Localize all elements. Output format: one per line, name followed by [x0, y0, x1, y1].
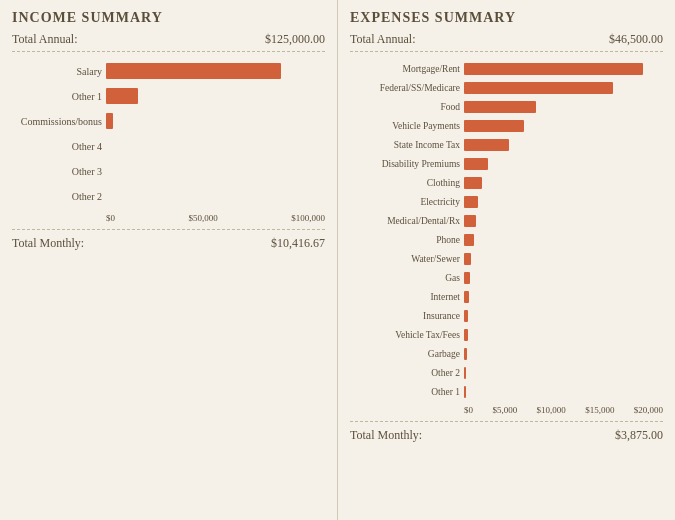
bar-fill	[464, 101, 536, 113]
bar-fill	[464, 348, 467, 360]
bar-row: Water/Sewer	[350, 250, 663, 268]
bar-track	[464, 289, 663, 305]
bar-label: Other 2	[350, 368, 460, 378]
bar-track	[106, 163, 325, 179]
bar-label: Vehicle Payments	[350, 121, 460, 131]
bar-row: Garbage	[350, 345, 663, 363]
bar-track	[106, 63, 325, 79]
bar-row: Food	[350, 98, 663, 116]
bar-label: Electricity	[350, 197, 460, 207]
income-chart: SalaryOther 1Commissions/bonusOther 4Oth…	[12, 60, 325, 223]
bar-row: Vehicle Payments	[350, 117, 663, 135]
bar-row: Vehicle Tax/Fees	[350, 326, 663, 344]
bar-label: Internet	[350, 292, 460, 302]
bar-track	[464, 365, 663, 381]
bar-row: State Income Tax	[350, 136, 663, 154]
bar-track	[464, 327, 663, 343]
expenses-title: EXPENSES SUMMARY	[350, 10, 663, 26]
bar-fill	[464, 272, 470, 284]
expenses-panel: EXPENSES SUMMARY Total Annual: $46,500.0…	[338, 0, 675, 520]
bar-track	[464, 137, 663, 153]
bar-track	[464, 80, 663, 96]
bar-row: Other 3	[12, 160, 325, 182]
bar-row: Disability Premiums	[350, 155, 663, 173]
expenses-total-monthly-value: $3,875.00	[615, 428, 663, 443]
bar-track	[464, 213, 663, 229]
bar-fill	[464, 63, 643, 75]
bar-track	[464, 175, 663, 191]
expenses-total-annual-value: $46,500.00	[609, 32, 663, 47]
bar-row: Mortgage/Rent	[350, 60, 663, 78]
bar-track	[464, 194, 663, 210]
bar-fill	[464, 120, 524, 132]
income-x-axis: $0$50,000$100,000	[106, 210, 325, 223]
bar-row: Commissions/bonus	[12, 110, 325, 132]
bar-label: Gas	[350, 273, 460, 283]
bar-fill	[464, 82, 613, 94]
bar-fill	[464, 196, 478, 208]
bar-track	[464, 156, 663, 172]
bar-row: Federal/SS/Medicare	[350, 79, 663, 97]
bar-label: Mortgage/Rent	[350, 64, 460, 74]
bar-row: Medical/Dental/Rx	[350, 212, 663, 230]
bar-label: Medical/Dental/Rx	[350, 216, 460, 226]
bar-track	[464, 384, 663, 400]
bar-track	[464, 270, 663, 286]
income-total-annual-value: $125,000.00	[265, 32, 325, 47]
bar-row: Internet	[350, 288, 663, 306]
bar-track	[464, 251, 663, 267]
bar-label: Other 4	[12, 141, 102, 152]
bar-track	[464, 118, 663, 134]
bar-track	[464, 99, 663, 115]
bar-label: State Income Tax	[350, 140, 460, 150]
bar-row: Phone	[350, 231, 663, 249]
bar-fill	[464, 177, 482, 189]
bar-fill	[106, 88, 138, 104]
bar-fill	[464, 158, 488, 170]
bar-row: Other 1	[350, 383, 663, 401]
bar-label: Insurance	[350, 311, 460, 321]
bar-label: Water/Sewer	[350, 254, 460, 264]
income-total-annual-label: Total Annual:	[12, 32, 77, 47]
income-total-annual: Total Annual: $125,000.00	[12, 32, 325, 52]
bar-fill	[464, 310, 468, 322]
expenses-x-axis: $0$5,000$10,000$15,000$20,000	[464, 402, 663, 415]
bar-row: Insurance	[350, 307, 663, 325]
bar-track	[106, 88, 325, 104]
bar-track	[464, 346, 663, 362]
income-panel: INCOME SUMMARY Total Annual: $125,000.00…	[0, 0, 338, 520]
bar-row: Clothing	[350, 174, 663, 192]
bar-fill	[464, 139, 509, 151]
bar-label: Disability Premiums	[350, 159, 460, 169]
bar-row: Gas	[350, 269, 663, 287]
bar-fill	[464, 367, 466, 379]
bar-fill	[464, 234, 474, 246]
income-total-monthly: Total Monthly: $10,416.67	[12, 229, 325, 251]
bar-label: Food	[350, 102, 460, 112]
bar-track	[464, 232, 663, 248]
bar-fill	[106, 113, 113, 129]
bar-track	[106, 188, 325, 204]
bar-label: Other 1	[350, 387, 460, 397]
bar-fill	[464, 215, 476, 227]
bar-track	[106, 138, 325, 154]
bar-label: Salary	[12, 66, 102, 77]
bar-track	[464, 61, 663, 77]
bar-track	[464, 308, 663, 324]
bar-label: Other 1	[12, 91, 102, 102]
bar-row: Other 4	[12, 135, 325, 157]
bar-label: Garbage	[350, 349, 460, 359]
bar-row: Other 2	[12, 185, 325, 207]
bar-fill	[106, 63, 281, 79]
bar-fill	[464, 253, 471, 265]
bar-label: Commissions/bonus	[12, 116, 102, 127]
bar-label: Other 3	[12, 166, 102, 177]
bar-label: Vehicle Tax/Fees	[350, 330, 460, 340]
expenses-total-monthly: Total Monthly: $3,875.00	[350, 421, 663, 443]
bar-row: Electricity	[350, 193, 663, 211]
income-title: INCOME SUMMARY	[12, 10, 325, 26]
bar-row: Other 2	[350, 364, 663, 382]
bar-label: Federal/SS/Medicare	[350, 83, 460, 93]
bar-fill	[464, 291, 469, 303]
bar-fill	[464, 386, 466, 398]
